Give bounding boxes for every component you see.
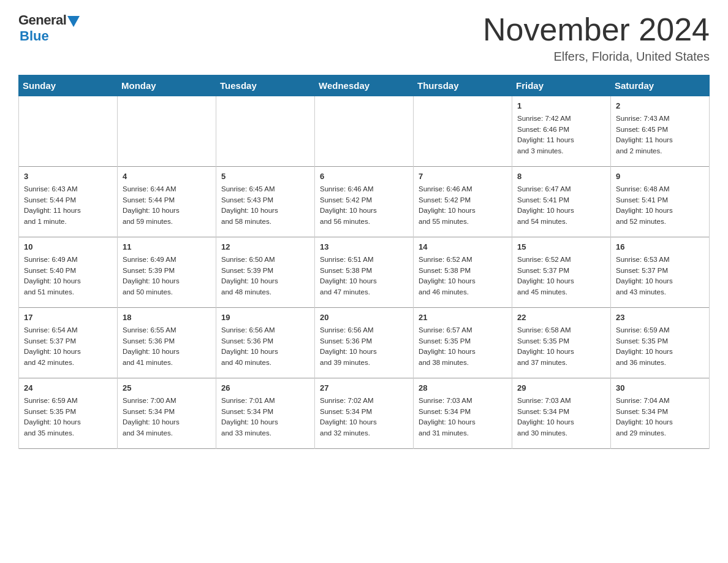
day-info: Sunrise: 6:50 AMSunset: 5:39 PMDaylight:… [221, 255, 309, 298]
day-number: 3 [24, 170, 112, 183]
calendar-cell: 14Sunrise: 6:52 AMSunset: 5:38 PMDayligh… [414, 237, 512, 308]
day-number: 24 [24, 382, 112, 394]
calendar-cell: 13Sunrise: 6:51 AMSunset: 5:38 PMDayligh… [315, 237, 414, 308]
calendar-body: 1Sunrise: 7:42 AMSunset: 6:46 PMDaylight… [19, 96, 710, 449]
calendar-cell: 20Sunrise: 6:56 AMSunset: 5:36 PMDayligh… [315, 308, 414, 378]
day-info: Sunrise: 6:46 AMSunset: 5:42 PMDaylight:… [320, 184, 408, 228]
calendar-cell: 11Sunrise: 6:49 AMSunset: 5:39 PMDayligh… [118, 237, 216, 308]
day-info: Sunrise: 7:01 AMSunset: 5:34 PMDaylight:… [221, 396, 309, 439]
day-info: Sunrise: 6:55 AMSunset: 5:36 PMDaylight:… [123, 325, 211, 369]
weekday-header-monday: Monday [118, 75, 216, 96]
calendar-cell: 5Sunrise: 6:45 AMSunset: 5:43 PMDaylight… [216, 167, 315, 237]
day-info: Sunrise: 6:51 AMSunset: 5:38 PMDaylight:… [320, 255, 408, 298]
calendar-cell: 19Sunrise: 6:56 AMSunset: 5:36 PMDayligh… [216, 308, 315, 378]
day-number: 6 [320, 170, 408, 183]
weekday-header-wednesday: Wednesday [315, 75, 414, 96]
day-info: Sunrise: 6:52 AMSunset: 5:37 PMDaylight:… [517, 255, 605, 298]
day-info: Sunrise: 6:49 AMSunset: 5:40 PMDaylight:… [24, 255, 112, 298]
weekday-header-tuesday: Tuesday [216, 75, 315, 96]
calendar-cell [414, 96, 512, 167]
calendar-cell: 24Sunrise: 6:59 AMSunset: 5:35 PMDayligh… [19, 378, 118, 449]
day-number: 13 [320, 241, 408, 253]
calendar-cell: 12Sunrise: 6:50 AMSunset: 5:39 PMDayligh… [216, 237, 315, 308]
calendar-cell: 4Sunrise: 6:44 AMSunset: 5:44 PMDaylight… [118, 167, 216, 237]
day-info: Sunrise: 7:03 AMSunset: 5:34 PMDaylight:… [517, 396, 605, 439]
calendar-subtitle: Elfers, Florida, United States [483, 50, 710, 64]
day-info: Sunrise: 6:45 AMSunset: 5:43 PMDaylight:… [221, 184, 309, 228]
day-number: 10 [24, 241, 112, 253]
calendar-cell: 29Sunrise: 7:03 AMSunset: 5:34 PMDayligh… [512, 378, 611, 449]
day-number: 8 [517, 170, 605, 183]
weekday-header-row: SundayMondayTuesdayWednesdayThursdayFrid… [19, 75, 710, 96]
day-info: Sunrise: 6:43 AMSunset: 5:44 PMDaylight:… [24, 184, 112, 228]
page-header: General Blue November 2024 Elfers, Flori… [18, 12, 710, 64]
calendar-cell [315, 96, 414, 167]
calendar-cell: 25Sunrise: 7:00 AMSunset: 5:34 PMDayligh… [118, 378, 216, 449]
calendar-cell [118, 96, 216, 167]
day-info: Sunrise: 7:04 AMSunset: 5:34 PMDaylight:… [616, 396, 704, 439]
day-info: Sunrise: 6:47 AMSunset: 5:41 PMDaylight:… [517, 184, 605, 228]
calendar-cell: 16Sunrise: 6:53 AMSunset: 5:37 PMDayligh… [611, 237, 710, 308]
day-number: 30 [616, 382, 704, 394]
day-number: 19 [221, 312, 309, 324]
logo-blue-text: Blue [20, 28, 49, 44]
day-number: 21 [419, 312, 507, 324]
day-info: Sunrise: 6:58 AMSunset: 5:35 PMDaylight:… [517, 325, 605, 369]
weekday-header-friday: Friday [512, 75, 611, 96]
weekday-header-thursday: Thursday [414, 75, 512, 96]
day-info: Sunrise: 6:53 AMSunset: 5:37 PMDaylight:… [616, 255, 704, 298]
day-info: Sunrise: 6:44 AMSunset: 5:44 PMDaylight:… [123, 184, 211, 228]
calendar-cell: 6Sunrise: 6:46 AMSunset: 5:42 PMDaylight… [315, 167, 414, 237]
logo-arrow-icon [67, 16, 80, 27]
calendar-cell: 7Sunrise: 6:46 AMSunset: 5:42 PMDaylight… [414, 167, 512, 237]
calendar-week-row: 10Sunrise: 6:49 AMSunset: 5:40 PMDayligh… [19, 237, 710, 308]
calendar-cell: 1Sunrise: 7:42 AMSunset: 6:46 PMDaylight… [512, 96, 611, 167]
day-number: 9 [616, 170, 704, 183]
calendar-title: November 2024 [483, 12, 710, 47]
day-number: 29 [517, 382, 605, 394]
day-number: 1 [517, 100, 605, 112]
day-number: 26 [221, 382, 309, 394]
day-number: 16 [616, 241, 704, 253]
day-number: 5 [221, 170, 309, 183]
day-number: 18 [123, 312, 211, 324]
day-info: Sunrise: 7:00 AMSunset: 5:34 PMDaylight:… [123, 396, 211, 439]
calendar-cell: 23Sunrise: 6:59 AMSunset: 5:35 PMDayligh… [611, 308, 710, 378]
calendar-cell: 8Sunrise: 6:47 AMSunset: 5:41 PMDaylight… [512, 167, 611, 237]
title-area: November 2024 Elfers, Florida, United St… [483, 12, 710, 64]
day-number: 11 [123, 241, 211, 253]
calendar-cell: 22Sunrise: 6:58 AMSunset: 5:35 PMDayligh… [512, 308, 611, 378]
day-number: 4 [123, 170, 211, 183]
day-info: Sunrise: 6:57 AMSunset: 5:35 PMDaylight:… [419, 325, 507, 369]
day-info: Sunrise: 6:52 AMSunset: 5:38 PMDaylight:… [419, 255, 507, 298]
calendar-cell: 2Sunrise: 7:43 AMSunset: 6:45 PMDaylight… [611, 96, 710, 167]
day-info: Sunrise: 6:49 AMSunset: 5:39 PMDaylight:… [123, 255, 211, 298]
day-number: 17 [24, 312, 112, 324]
calendar-week-row: 3Sunrise: 6:43 AMSunset: 5:44 PMDaylight… [19, 167, 710, 237]
day-info: Sunrise: 6:46 AMSunset: 5:42 PMDaylight:… [419, 184, 507, 228]
weekday-header-saturday: Saturday [611, 75, 710, 96]
calendar-cell: 15Sunrise: 6:52 AMSunset: 5:37 PMDayligh… [512, 237, 611, 308]
calendar-week-row: 24Sunrise: 6:59 AMSunset: 5:35 PMDayligh… [19, 378, 710, 449]
day-number: 27 [320, 382, 408, 394]
day-info: Sunrise: 6:54 AMSunset: 5:37 PMDaylight:… [24, 325, 112, 369]
calendar-cell [216, 96, 315, 167]
day-number: 22 [517, 312, 605, 324]
day-info: Sunrise: 6:56 AMSunset: 5:36 PMDaylight:… [221, 325, 309, 369]
day-number: 25 [123, 382, 211, 394]
calendar-cell: 21Sunrise: 6:57 AMSunset: 5:35 PMDayligh… [414, 308, 512, 378]
day-number: 20 [320, 312, 408, 324]
calendar-cell: 10Sunrise: 6:49 AMSunset: 5:40 PMDayligh… [19, 237, 118, 308]
calendar-cell: 28Sunrise: 7:03 AMSunset: 5:34 PMDayligh… [414, 378, 512, 449]
day-number: 2 [616, 100, 704, 112]
calendar-week-row: 17Sunrise: 6:54 AMSunset: 5:37 PMDayligh… [19, 308, 710, 378]
calendar-cell: 26Sunrise: 7:01 AMSunset: 5:34 PMDayligh… [216, 378, 315, 449]
weekday-header-sunday: Sunday [19, 75, 118, 96]
calendar-cell [19, 96, 118, 167]
calendar-cell: 17Sunrise: 6:54 AMSunset: 5:37 PMDayligh… [19, 308, 118, 378]
day-info: Sunrise: 6:56 AMSunset: 5:36 PMDaylight:… [320, 325, 408, 369]
day-info: Sunrise: 7:43 AMSunset: 6:45 PMDaylight:… [616, 113, 704, 157]
day-number: 12 [221, 241, 309, 253]
day-info: Sunrise: 7:03 AMSunset: 5:34 PMDaylight:… [419, 396, 507, 439]
day-number: 7 [419, 170, 507, 183]
